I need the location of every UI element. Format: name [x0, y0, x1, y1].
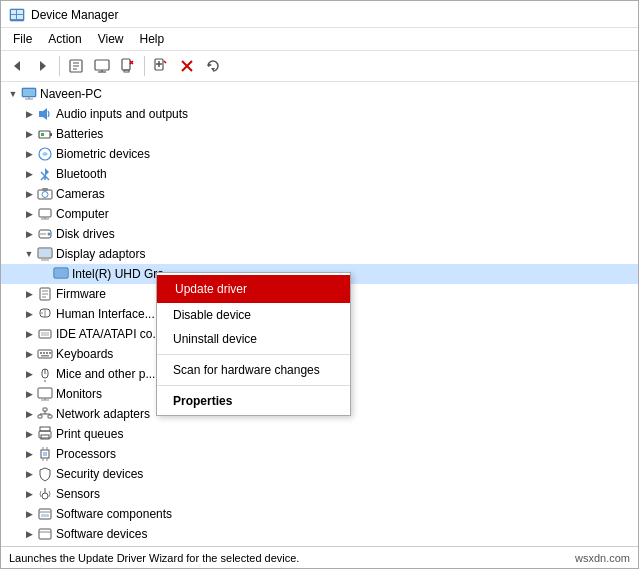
monitors-toggle[interactable]: ▶	[21, 386, 37, 402]
bluetooth-toggle[interactable]: ▶	[21, 166, 37, 182]
menu-help[interactable]: Help	[132, 30, 173, 48]
svg-rect-65	[38, 388, 52, 398]
bluetooth-label: Bluetooth	[56, 167, 638, 181]
sensors-label: Sensors	[56, 487, 638, 501]
status-bar: Launches the Update Driver Wizard for th…	[1, 546, 638, 568]
displayadaptors-toggle[interactable]: ▼	[21, 246, 37, 262]
svg-rect-68	[43, 408, 47, 411]
computer-toggle[interactable]: ▶	[21, 206, 37, 222]
biometric-label: Biometric devices	[56, 147, 638, 161]
ctx-update-driver[interactable]: Update driver	[157, 275, 350, 303]
swcomp-toggle[interactable]: ▶	[21, 506, 37, 522]
tree-item-sensors[interactable]: ▶ Sensors	[1, 484, 638, 504]
menu-action[interactable]: Action	[40, 30, 89, 48]
svg-marker-22	[208, 63, 212, 67]
processors-icon	[37, 446, 53, 462]
keyboards-icon	[37, 346, 53, 362]
network-icon	[37, 406, 53, 422]
svg-rect-15	[124, 70, 129, 72]
batteries-icon	[37, 126, 53, 142]
tree-item-batteries[interactable]: ▶ Batteries	[1, 124, 638, 144]
mice-toggle[interactable]: ▶	[21, 366, 37, 382]
svg-rect-89	[39, 529, 51, 539]
displayadaptors-icon	[37, 246, 53, 262]
toolbar-refresh-btn[interactable]	[201, 54, 225, 78]
batteries-toggle[interactable]: ▶	[21, 126, 37, 142]
security-label: Security devices	[56, 467, 638, 481]
swdev-toggle[interactable]: ▶	[21, 526, 37, 542]
status-text: Launches the Update Driver Wizard for th…	[9, 552, 299, 564]
svg-rect-3	[11, 15, 16, 19]
svg-rect-59	[46, 352, 48, 354]
status-right-text: wsxdn.com	[575, 552, 630, 564]
cameras-icon	[37, 186, 53, 202]
firmware-icon	[37, 286, 53, 302]
toolbar-add-btn[interactable]	[149, 54, 173, 78]
tree-item-processors[interactable]: ▶ Processors	[1, 444, 638, 464]
hid-toggle[interactable]: ▶	[21, 306, 37, 322]
svg-rect-43	[39, 249, 51, 257]
tree-item-naveen-pc[interactable]: ▼ Naveen-PC	[1, 84, 638, 104]
tree-item-print[interactable]: ▶ Print queues	[1, 424, 638, 444]
svg-point-34	[42, 192, 48, 198]
tree-item-softwaredevices[interactable]: ▶ Software devices	[1, 524, 638, 544]
biometric-toggle[interactable]: ▶	[21, 146, 37, 162]
svg-rect-1	[11, 10, 16, 14]
tree-item-audio[interactable]: ▶ Audio inputs and outputs	[1, 104, 638, 124]
naveen-pc-label: Naveen-PC	[40, 87, 638, 101]
tree-item-displayadaptors[interactable]: ▼ Display adaptors	[1, 244, 638, 264]
diskdrives-label: Disk drives	[56, 227, 638, 241]
svg-rect-11	[95, 60, 109, 70]
ideata-toggle[interactable]: ▶	[21, 326, 37, 342]
processors-toggle[interactable]: ▶	[21, 446, 37, 462]
diskdrives-toggle[interactable]: ▶	[21, 226, 37, 242]
firmware-toggle[interactable]: ▶	[21, 286, 37, 302]
device-manager-window: Device Manager File Action View Help	[0, 0, 639, 569]
tree-item-softwarecomponents[interactable]: ▶ Software components	[1, 504, 638, 524]
ctx-scan-hardware[interactable]: Scan for hardware changes	[157, 358, 350, 382]
tree-item-computer[interactable]: ▶ Computer	[1, 204, 638, 224]
tree-item-cameras[interactable]: ▶ Cameras	[1, 184, 638, 204]
cameras-toggle[interactable]: ▶	[21, 186, 37, 202]
swcomp-label: Software components	[56, 507, 638, 521]
ctx-disable-device[interactable]: Disable device	[157, 303, 350, 327]
svg-marker-6	[40, 61, 46, 71]
keyboards-toggle[interactable]: ▶	[21, 346, 37, 362]
svg-rect-57	[40, 352, 42, 354]
tree-item-biometric[interactable]: ▶ Biometric devices	[1, 144, 638, 164]
ctx-uninstall-device[interactable]: Uninstall device	[157, 327, 350, 351]
tree-item-security[interactable]: ▶ Security devices	[1, 464, 638, 484]
svg-rect-2	[17, 10, 23, 14]
svg-rect-75	[40, 427, 50, 431]
toolbar-forward-btn[interactable]	[31, 54, 55, 78]
ctx-properties[interactable]: Properties	[157, 389, 350, 413]
swdev-label: Software devices	[56, 527, 638, 541]
expand-toggle[interactable]: ▼	[5, 86, 21, 102]
security-icon	[37, 466, 53, 482]
displayadaptors-label: Display adaptors	[56, 247, 638, 261]
title-bar: Device Manager	[1, 1, 638, 28]
audio-toggle[interactable]: ▶	[21, 106, 37, 122]
security-toggle[interactable]: ▶	[21, 466, 37, 482]
svg-rect-14	[122, 59, 130, 70]
tree-item-sound[interactable]: ▶ Sound, video and game controllers	[1, 544, 638, 546]
main-area: ▼ Naveen-PC ▶	[1, 82, 638, 546]
window-icon	[9, 7, 25, 23]
svg-rect-69	[38, 415, 42, 418]
svg-point-40	[48, 233, 51, 236]
sensors-toggle[interactable]: ▶	[21, 486, 37, 502]
network-toggle[interactable]: ▶	[21, 406, 37, 422]
toolbar-remove-btn[interactable]	[175, 54, 199, 78]
menu-file[interactable]: File	[5, 30, 40, 48]
print-toggle[interactable]: ▶	[21, 426, 37, 442]
toolbar-update-btn[interactable]	[90, 54, 114, 78]
toolbar-scan-btn[interactable]	[116, 54, 140, 78]
tree-item-diskdrives[interactable]: ▶ Disk drives	[1, 224, 638, 244]
svg-line-19	[164, 61, 166, 63]
menu-view[interactable]: View	[90, 30, 132, 48]
toolbar-properties-btn[interactable]	[64, 54, 88, 78]
swdev-icon	[37, 526, 53, 542]
diskdrives-icon	[37, 226, 53, 242]
toolbar-back-btn[interactable]	[5, 54, 29, 78]
tree-item-bluetooth[interactable]: ▶ Bluetooth	[1, 164, 638, 184]
